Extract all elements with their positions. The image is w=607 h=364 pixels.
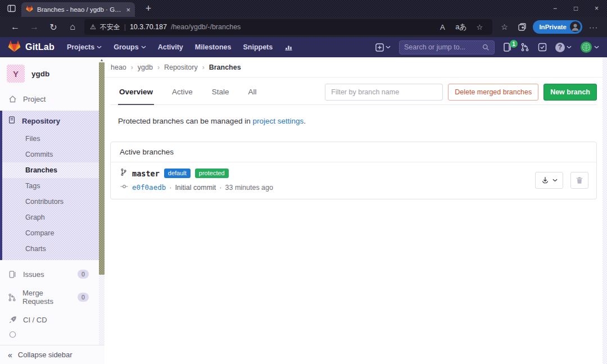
gitlab-logo[interactable]: GitLab [8, 40, 55, 54]
tab-overview[interactable]: Overview [118, 81, 154, 105]
close-button[interactable]: × [586, 0, 607, 17]
gitlab-favicon-icon [26, 4, 33, 15]
inprivate-badge[interactable]: InPrivate [533, 20, 582, 34]
sidebar-item-branches[interactable]: Branches [2, 162, 99, 178]
branch-filter-input[interactable] [325, 84, 443, 101]
minimize-button[interactable]: − [545, 0, 565, 17]
branches-toolbar: Overview Active Stale All Delete merged … [110, 81, 597, 105]
refresh-button[interactable]: ↻ [44, 20, 63, 34]
sidebar-item-contributors[interactable]: Contributors [2, 194, 99, 210]
new-tab-button[interactable]: + [142, 2, 155, 16]
inprivate-label: InPrivate [539, 24, 567, 30]
tab-actions-icon[interactable] [7, 4, 17, 13]
sidebar-item-files[interactable]: Files [2, 131, 99, 147]
help-icon: ? [555, 43, 565, 52]
chevron-down-icon [594, 46, 599, 49]
chevron-down-icon [386, 46, 391, 49]
branch-name[interactable]: master [132, 169, 160, 178]
sidebar-scrollbar[interactable]: ▲ [99, 57, 105, 345]
add-favorite-icon[interactable]: ☆ [472, 23, 487, 31]
active-branches-card: Active branches master default protected [110, 142, 597, 199]
delete-branch-button[interactable] [570, 172, 588, 189]
charts-icon[interactable] [284, 43, 293, 51]
home-button[interactable]: ⌂ [63, 20, 82, 34]
app-window: Branches - heao / ygdb · GitLab × + − □ … [0, 0, 607, 364]
nav-milestones[interactable]: Milestones [195, 43, 232, 51]
gear-icon [8, 330, 17, 339]
window-controls: − □ × [545, 0, 607, 17]
breadcrumb-branches: Branches [209, 63, 241, 71]
merge-requests-nav-icon[interactable] [520, 43, 529, 52]
gitlab-menu: Projects Groups Activity Milestones Snip… [67, 43, 293, 51]
issues-nav-icon[interactable]: 1 [503, 43, 512, 52]
commit-sha-link[interactable]: e0f0aedb [132, 183, 166, 192]
sidebar-item-partial[interactable] [0, 329, 99, 339]
delete-merged-branches-button[interactable]: Delete merged branches [448, 84, 538, 101]
sidebar-item-compare[interactable]: Compare [2, 225, 99, 241]
forward-button[interactable]: → [25, 20, 44, 34]
translate-icon[interactable]: aあ [454, 22, 468, 32]
tanuki-icon [8, 40, 21, 54]
nav-groups[interactable]: Groups [114, 43, 146, 51]
sidebar-item-issues[interactable]: Issues 0 [0, 265, 99, 284]
sidebar-item-graph[interactable]: Graph [2, 210, 99, 225]
sidebar-item-merge-requests[interactable]: Merge Requests 0 [0, 284, 99, 311]
breadcrumb-project[interactable]: ygdb [138, 63, 153, 71]
sidebar-scrollbar-thumb[interactable] [99, 62, 105, 275]
commit-message[interactable]: Initial commit [175, 184, 216, 192]
read-aloud-icon[interactable]: A [435, 23, 450, 31]
gitlab-navbar: GitLab Projects Groups Activity Mileston… [0, 37, 607, 57]
protected-branches-note: Protected branches can be managed in pro… [118, 117, 597, 125]
help-menu[interactable]: ? [555, 43, 572, 52]
breadcrumb: heao › ygdb › Repository › Branches [105, 57, 603, 78]
nav-activity[interactable]: Activity [158, 43, 183, 51]
project-settings-link[interactable]: project settings [252, 117, 304, 125]
project-context[interactable]: Y ygdb [0, 57, 99, 90]
browser-toolbar: ← → ↻ ⌂ ⚠ 不安全 | 10.3.70.187 /heao/ygdb/-… [0, 17, 607, 37]
download-branch-button[interactable] [535, 172, 563, 189]
issues-count-badge: 0 [78, 270, 89, 279]
issues-icon [8, 270, 17, 279]
tab-all[interactable]: All [247, 81, 258, 105]
sidebar-item-repository[interactable]: Repository [2, 111, 99, 131]
back-button[interactable]: ← [6, 20, 25, 34]
repository-icon [8, 116, 16, 126]
new-menu-button[interactable] [375, 43, 391, 52]
chevron-down-icon [552, 179, 558, 182]
merge-requests-count-badge: 0 [78, 293, 89, 302]
user-menu[interactable] [580, 41, 599, 53]
protected-badge: protected [195, 169, 229, 178]
breadcrumb-group[interactable]: heao [111, 63, 126, 71]
browser-tab[interactable]: Branches - heao / ygdb · GitLab × [21, 2, 135, 17]
new-branch-button[interactable]: New branch [543, 84, 597, 101]
sidebar-item-commits[interactable]: Commits [2, 147, 99, 162]
maximize-button[interactable]: □ [565, 0, 586, 17]
global-search[interactable] [399, 40, 495, 54]
nav-projects[interactable]: Projects [67, 43, 102, 51]
search-input[interactable] [404, 43, 482, 51]
sidebar-item-project[interactable]: Project [0, 90, 99, 108]
todos-nav-icon[interactable] [538, 43, 547, 52]
tab-close-icon[interactable]: × [126, 6, 130, 13]
sidebar-item-charts[interactable]: Charts [2, 241, 99, 257]
tab-active[interactable]: Active [171, 81, 194, 105]
scroll-up-arrow[interactable]: ▲ [99, 57, 105, 62]
sidebar-scrollbar-track [99, 275, 105, 345]
tab-stale[interactable]: Stale [211, 81, 230, 105]
project-name: ygdb [31, 70, 49, 78]
page-scrollbar[interactable] [603, 57, 607, 364]
chevron-down-icon [141, 46, 146, 49]
collections-icon[interactable] [515, 20, 529, 34]
settings-menu-icon[interactable]: ··· [586, 23, 601, 31]
nav-snippets[interactable]: Snippets [243, 43, 273, 51]
sidebar-item-ci-cd[interactable]: CI / CD [0, 311, 99, 329]
address-bar[interactable]: ⚠ 不安全 | 10.3.70.187 /heao/ygdb/-/branche… [84, 19, 492, 35]
toolbar-right: ☆ InPrivate ··· [497, 20, 601, 34]
collapse-sidebar-button[interactable]: « Collapse sidebar [0, 345, 105, 364]
trash-icon [576, 176, 583, 184]
favorites-icon[interactable]: ☆ [497, 20, 511, 34]
chevron-down-icon [567, 46, 572, 49]
breadcrumb-repository[interactable]: Repository [164, 63, 198, 71]
collapse-icon: « [8, 351, 12, 360]
sidebar-item-tags[interactable]: Tags [2, 178, 99, 194]
